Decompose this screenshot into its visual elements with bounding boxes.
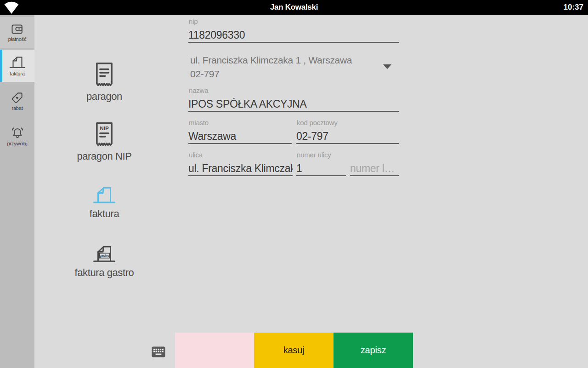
empty-pink-button[interactable] (175, 333, 254, 368)
statusbar-user-title: Jan Kowalski (0, 3, 588, 12)
invoice-page-icon (92, 185, 117, 205)
wallet-icon (11, 23, 23, 35)
sidebar-item-faktura[interactable]: faktura (0, 50, 34, 82)
nazwa-input[interactable]: IPOS SPÓŁKA AKCYJNA (188, 98, 399, 112)
svg-text:gastro: gastro (100, 254, 109, 258)
selected-accent-bar (0, 50, 2, 82)
invoice-icon (9, 55, 26, 69)
chevron-down-icon (383, 64, 391, 69)
miasto-input[interactable]: Warszawa (188, 130, 292, 144)
numer-ulicy-input[interactable]: 1 (296, 162, 346, 176)
address-select[interactable]: ul. Franciszka Klimczaka 1 , Warszawa 02… (188, 52, 399, 81)
sidebar-item-label: faktura (10, 71, 24, 76)
sidebar-item-label: płatność (8, 36, 26, 42)
nip-input[interactable]: 1182096330 (188, 29, 399, 43)
sidebar-item-label: rabat (11, 105, 23, 111)
kasuj-button[interactable]: kasuj (254, 333, 334, 368)
doctype-label: paragon (86, 91, 122, 103)
doctype-paragon-nip[interactable]: NIP paragon NIP (63, 121, 146, 162)
doctype-faktura-gastro[interactable]: gastro faktura gastro (63, 244, 146, 279)
kod-pocztowy-input[interactable]: 02-797 (296, 130, 399, 144)
ulica-input[interactable]: ul. Franciszka Klimczaka (188, 162, 293, 176)
svg-text:NIP: NIP (100, 125, 109, 131)
status-bar: Jan Kowalski 10:37 (0, 0, 588, 15)
receipt-icon (94, 62, 114, 88)
invoice-gastro-icon: gastro (92, 244, 117, 264)
address-line-2: 02-797 (190, 67, 379, 81)
bell-icon (11, 126, 24, 139)
address-line-1: ul. Franciszka Klimczaka 1 , Warszawa (190, 53, 379, 67)
doctype-label: faktura (90, 208, 119, 220)
receipt-nip-icon: NIP (94, 121, 114, 148)
kod-pocztowy-label: kod pocztowy (297, 119, 337, 126)
keyboard-button[interactable] (152, 346, 165, 357)
doctype-label: paragon NIP (77, 150, 131, 162)
doctype-label: faktura gastro (75, 267, 134, 279)
keyboard-icon (152, 346, 165, 357)
numer-ulicy-label: numer ulicy (297, 151, 331, 159)
doctype-faktura[interactable]: faktura (63, 185, 146, 220)
statusbar-clock: 10:37 (564, 3, 583, 12)
numer-lokalu-input[interactable]: numer lokalu (350, 162, 399, 176)
ulica-label: ulica (189, 151, 203, 159)
zapisz-button[interactable]: zapisz (334, 333, 413, 368)
price-tag-icon (11, 92, 23, 104)
sidebar-item-platnosc[interactable]: płatność (0, 17, 34, 48)
nazwa-label: nazwa (189, 86, 208, 94)
sidebar-item-label: przywołaj (7, 141, 27, 146)
miasto-label: miasto (189, 119, 209, 126)
nip-label: nip (189, 17, 198, 25)
address-select-value: ul. Franciszka Klimczaka 1 , Warszawa 02… (190, 53, 379, 81)
left-sidebar: płatność faktura rabat (0, 15, 34, 368)
sidebar-item-rabat[interactable]: rabat (0, 85, 34, 117)
sidebar-item-przywolaj[interactable]: przywołaj (0, 119, 34, 153)
doctype-paragon[interactable]: paragon (63, 62, 146, 103)
